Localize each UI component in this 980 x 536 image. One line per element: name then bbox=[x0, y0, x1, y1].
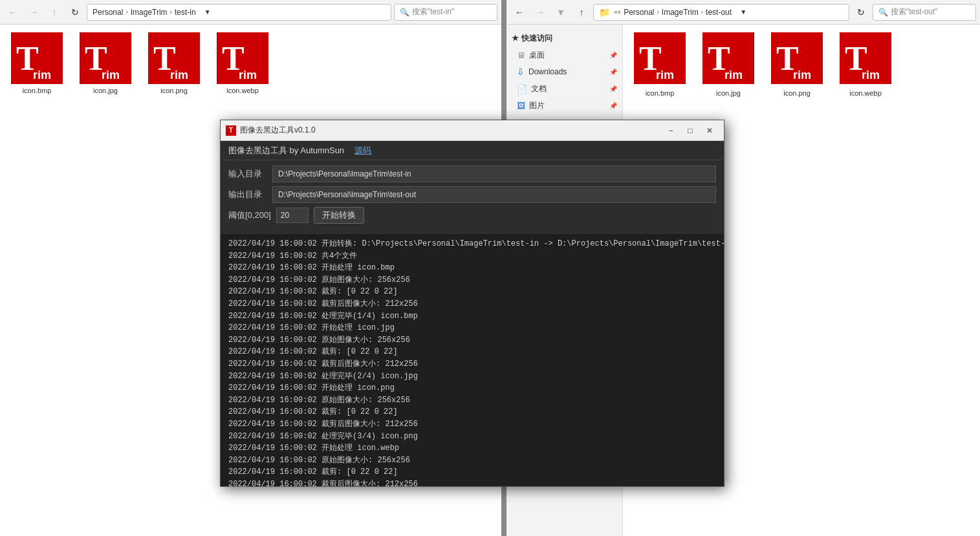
svg-text:rim: rim bbox=[862, 69, 880, 81]
log-line: 2022/04/19 16:00:02 裁剪后图像大小: 212x256 bbox=[228, 478, 716, 486]
pin-icon-documents: 📌 bbox=[609, 85, 617, 92]
sidebar-item-documents[interactable]: 📄 文档 📌 bbox=[506, 80, 622, 97]
minimize-button[interactable]: − bbox=[662, 123, 680, 138]
right-jpg-label: icon.jpg bbox=[716, 89, 741, 97]
log-line: 2022/04/19 16:00:02 处理完毕(1/4) icon.bmp bbox=[228, 310, 716, 323]
input-dir-field[interactable] bbox=[272, 166, 716, 182]
right-arrow2: › bbox=[701, 8, 703, 16]
file-item-jpg[interactable]: T rim icon.jpg bbox=[76, 32, 135, 94]
output-dir-field[interactable] bbox=[272, 186, 716, 203]
pictures-icon: 🖼 bbox=[517, 101, 525, 111]
right-recent-button[interactable]: ▼ bbox=[552, 3, 570, 21]
left-toolbar: ← → ↑ ↻ Personal › ImageTrim › test-in ▼… bbox=[0, 0, 501, 25]
log-line: 2022/04/19 16:00:02 裁剪: [0 22 0 22] bbox=[228, 466, 716, 478]
right-file-item-jpg[interactable]: T rim icon.jpg bbox=[699, 32, 757, 97]
log-line: 2022/04/19 16:00:02 原始图像大小: 256x256 bbox=[228, 394, 716, 407]
right-webp-label: icon.webp bbox=[849, 89, 882, 97]
svg-text:rim: rim bbox=[102, 69, 120, 81]
right-arrow0: «« bbox=[614, 8, 621, 16]
file-item-webp[interactable]: T rim icon.webp bbox=[213, 32, 272, 94]
webp-icon: T rim bbox=[217, 32, 268, 84]
window-controls: − □ ✕ bbox=[662, 123, 719, 138]
address-bar[interactable]: Personal › ImageTrim › test-in ▼ bbox=[87, 4, 391, 21]
right-bmp-icon: T rim bbox=[634, 32, 686, 87]
png-label: icon.png bbox=[160, 87, 188, 94]
right-refresh-button[interactable]: ↻ bbox=[852, 3, 870, 21]
right-png-label: icon.png bbox=[783, 89, 811, 97]
desktop-icon: 🖥 bbox=[517, 50, 525, 60]
log-line: 2022/04/19 16:00:02 裁剪后图像大小: 212x256 bbox=[228, 418, 716, 431]
right-dropdown-button[interactable]: ▼ bbox=[737, 6, 750, 19]
app-titlebar-icon: T bbox=[226, 125, 236, 136]
right-arrow1: › bbox=[657, 8, 659, 16]
arrow2: › bbox=[170, 8, 172, 16]
right-back-button[interactable]: ← bbox=[510, 3, 528, 21]
log-line: 2022/04/19 16:00:02 处理完毕(2/4) icon.jpg bbox=[228, 370, 716, 383]
svg-text:rim: rim bbox=[656, 69, 674, 81]
sidebar-item-desktop[interactable]: 🖥 桌面 📌 bbox=[506, 47, 622, 63]
arrow1: › bbox=[125, 8, 127, 16]
back-button[interactable]: ← bbox=[4, 3, 22, 21]
threshold-input[interactable] bbox=[276, 208, 309, 223]
right-png-icon: T rim bbox=[771, 32, 823, 87]
quick-access-text: 快速访问 bbox=[521, 33, 552, 44]
sidebar-downloads-label: Downloads bbox=[528, 67, 567, 76]
menu-app-name: 图像去黑边工具 by AutumnSun bbox=[228, 145, 344, 156]
sidebar-item-pictures[interactable]: 🖼 图片 📌 bbox=[506, 97, 622, 114]
dropdown-button[interactable]: ▼ bbox=[201, 6, 214, 19]
right-up-button[interactable]: ↑ bbox=[572, 3, 591, 21]
png-icon: T rim bbox=[148, 32, 200, 84]
bmp-icon: T rim bbox=[11, 32, 63, 84]
app-menu-bar: 图像去黑边工具 by AutumnSun 源码 bbox=[221, 141, 724, 160]
threshold-label: 阈值[0,200] bbox=[228, 209, 271, 221]
quick-access-label: ★ 快速访问 bbox=[506, 30, 622, 47]
start-button[interactable]: 开始转换 bbox=[314, 207, 364, 224]
log-line: 2022/04/19 16:00:02 开始处理 icon.webp bbox=[228, 442, 716, 455]
log-line: 2022/04/19 16:00:02 原始图像大小: 256x256 bbox=[228, 455, 716, 467]
pin-icon-downloads: 📌 bbox=[609, 69, 617, 76]
log-line: 2022/04/19 16:00:02 处理完毕(3/4) icon.png bbox=[228, 431, 716, 443]
jpg-label: icon.jpg bbox=[93, 87, 118, 94]
breadcrumb-personal[interactable]: Personal bbox=[93, 8, 123, 17]
right-file-item-png[interactable]: T rim icon.png bbox=[768, 32, 826, 97]
search-box[interactable]: 🔍 搜索"test-in" bbox=[394, 4, 497, 21]
right-file-item-bmp[interactable]: T rim icon.bmp bbox=[631, 32, 689, 97]
app-titlebar: T 图像去黑边工具v0.1.0 − □ ✕ bbox=[221, 120, 724, 141]
right-toolbar: ← → ▼ ↑ 📁 «« Personal › ImageTrim › test… bbox=[506, 0, 980, 25]
output-dir-row: 输出目录 bbox=[228, 186, 716, 203]
app-window: T 图像去黑边工具v0.1.0 − □ ✕ 图像去黑边工具 by AutumnS… bbox=[220, 120, 724, 487]
forward-button[interactable]: → bbox=[25, 3, 43, 21]
right-forward-button[interactable]: → bbox=[531, 3, 549, 21]
jpg-icon: T rim bbox=[80, 32, 131, 84]
close-button[interactable]: ✕ bbox=[701, 123, 719, 138]
right-search-placeholder: 搜索"test-out" bbox=[891, 6, 938, 17]
output-dir-label: 输出目录 bbox=[228, 189, 267, 200]
sidebar-pictures-label: 图片 bbox=[529, 100, 545, 111]
right-breadcrumb-testout[interactable]: test-out bbox=[706, 8, 732, 17]
right-search-box[interactable]: 🔍 搜索"test-out" bbox=[873, 4, 976, 21]
log-line: 2022/04/19 16:00:02 开始转换: D:\Projects\Pe… bbox=[228, 238, 716, 250]
file-item-bmp[interactable]: T rim icon.bmp bbox=[8, 32, 66, 94]
right-file-item-webp[interactable]: T rim icon.webp bbox=[836, 32, 895, 97]
log-line: 2022/04/19 16:00:02 共4个文件 bbox=[228, 250, 716, 263]
log-line: 2022/04/19 16:00:02 裁剪: [0 22 0 22] bbox=[228, 286, 716, 298]
breadcrumb-imagetrim[interactable]: ImageTrim bbox=[131, 8, 168, 17]
log-line: 2022/04/19 16:00:02 裁剪: [0 22 0 22] bbox=[228, 406, 716, 418]
log-line: 2022/04/19 16:00:02 原始图像大小: 256x256 bbox=[228, 334, 716, 347]
breadcrumb-testin[interactable]: test-in bbox=[175, 8, 196, 17]
watermark: www.zztuku.com bbox=[919, 523, 972, 531]
right-breadcrumb-personal[interactable]: Personal bbox=[624, 8, 654, 17]
menu-source-link[interactable]: 源码 bbox=[354, 145, 371, 156]
log-line: 2022/04/19 16:00:02 裁剪后图像大小: 212x256 bbox=[228, 358, 716, 370]
titlebar-icon-text: T bbox=[229, 127, 233, 134]
maximize-button[interactable]: □ bbox=[681, 123, 699, 138]
file-item-png[interactable]: T rim icon.png bbox=[145, 32, 203, 94]
right-webp-icon: T rim bbox=[840, 32, 891, 87]
refresh-button[interactable]: ↻ bbox=[66, 3, 84, 21]
right-address-bar[interactable]: 📁 «« Personal › ImageTrim › test-out ▼ bbox=[593, 4, 849, 21]
up-button[interactable]: ↑ bbox=[45, 3, 63, 21]
right-breadcrumb-imagetrim[interactable]: ImageTrim bbox=[662, 8, 699, 17]
sidebar-documents-label: 文档 bbox=[531, 83, 547, 94]
sidebar-item-downloads[interactable]: ⇩ Downloads 📌 bbox=[506, 63, 622, 80]
pin-icon-pictures: 📌 bbox=[609, 102, 617, 109]
